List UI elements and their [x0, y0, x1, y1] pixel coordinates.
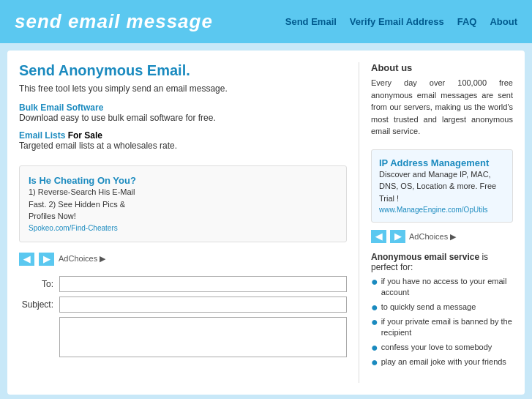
right-ad-next-button[interactable]: ▶ — [390, 230, 405, 243]
body-input[interactable] — [59, 317, 347, 357]
nav-about[interactable]: About — [490, 16, 517, 27]
nav-faq[interactable]: FAQ — [457, 16, 477, 27]
right-adchoices-label: AdChoices ▶ — [409, 232, 456, 242]
to-input[interactable] — [59, 276, 347, 292]
subject-label: Subject: — [19, 299, 59, 310]
ad-cheating-line1: 1) Reverse-Search His E-Mail — [29, 186, 337, 198]
about-title: About us — [371, 62, 513, 73]
ip-ad-link[interactable]: www.ManageEngine.com/OpUtils — [379, 206, 487, 214]
ip-ad-block: IP Address Management Discover and Manag… — [371, 149, 513, 223]
bullet-dot-2: ● — [371, 302, 378, 313]
bullet-dot-5: ● — [371, 357, 378, 368]
ip-ad-title[interactable]: IP Address Management — [379, 157, 489, 168]
ad-cheating-line2: Fast. 2) See Hidden Pics & — [29, 198, 337, 211]
email-lists-link[interactable]: Email Lists — [19, 130, 65, 141]
site-title: send email message — [15, 10, 213, 33]
bullet-dot-3: ● — [371, 316, 378, 328]
email-form: To: Subject: — [19, 276, 347, 357]
right-ad-prev-button[interactable]: ◀ — [371, 230, 386, 243]
subject-row: Subject: — [19, 297, 347, 313]
bullet-dot-1: ● — [371, 276, 378, 288]
right-column: About us Every day over 100,000 free ano… — [359, 62, 513, 383]
left-column: Send Anonymous Email. This free tool let… — [19, 62, 359, 383]
page-subtitle: This free tool lets you simply send an e… — [19, 83, 347, 94]
to-label: To: — [19, 279, 59, 289]
right-adchoices-bar: ◀ ▶ AdChoices ▶ — [371, 230, 513, 243]
about-text: Every day over 100,000 free anonymous em… — [371, 77, 513, 138]
ip-ad-text: Discover and Manage IP, MAC, DNS, OS, Lo… — [379, 168, 505, 205]
bullet-3: ● if your private email is banned by the… — [371, 316, 513, 339]
bullet-5: ● play an email joke with your friends — [371, 357, 513, 368]
perfect-block: Anonymous email service is perfect for: … — [371, 252, 513, 368]
to-row: To: — [19, 276, 347, 292]
email-lists-for-sale-span: For Sale — [65, 130, 102, 141]
bullet-4: ● confess your love to somebody — [371, 342, 513, 354]
ad-cheating: Is He Cheating On You? 1) Reverse-Search… — [19, 165, 347, 242]
adchoices-icon: ▶ — [100, 254, 105, 263]
email-lists-text: Targeted email lists at a wholesales rat… — [19, 141, 177, 151]
nav-send-email[interactable]: Send Email — [285, 16, 337, 27]
ad-next-button[interactable]: ▶ — [39, 253, 54, 266]
subject-input[interactable] — [59, 297, 347, 313]
ad-prev-button[interactable]: ◀ — [19, 253, 34, 266]
right-adchoices-icon: ▶ — [450, 232, 456, 241]
bullet-2: ● to quickly send a message — [371, 302, 513, 313]
header-nav: Send Email Verify Email Address FAQ Abou… — [285, 16, 517, 27]
body-row — [19, 317, 347, 357]
adchoices-bar: ◀ ▶ AdChoices ▶ — [19, 253, 347, 266]
perfect-title: Anonymous email service is perfect for: — [371, 252, 513, 272]
main-container: Send Anonymous Email. This free tool let… — [7, 51, 525, 395]
ad-cheating-line3: Profiles Now! — [29, 210, 337, 223]
page-title: Send Anonymous Email. — [19, 62, 347, 79]
bullet-dot-4: ● — [371, 342, 378, 354]
promo-email-lists: Email Lists For Sale Targeted email list… — [19, 130, 347, 151]
promo-bulk-email: Bulk Email Software Download easy to use… — [19, 102, 347, 123]
nav-verify-email[interactable]: Verify Email Address — [350, 16, 444, 27]
bulk-email-link[interactable]: Bulk Email Software — [19, 102, 103, 113]
adchoices-label: AdChoices ▶ — [59, 254, 105, 264]
spokeo-link[interactable]: Spokeo.com/Find-Cheaters — [29, 224, 118, 232]
bullet-1: ● if you have no access to your email ac… — [371, 276, 513, 299]
bulk-email-text: Download easy to use bulk email software… — [19, 113, 216, 123]
header: send email message Send Email Verify Ema… — [0, 0, 532, 43]
ad-cheating-title[interactable]: Is He Cheating On You? — [29, 175, 136, 186]
